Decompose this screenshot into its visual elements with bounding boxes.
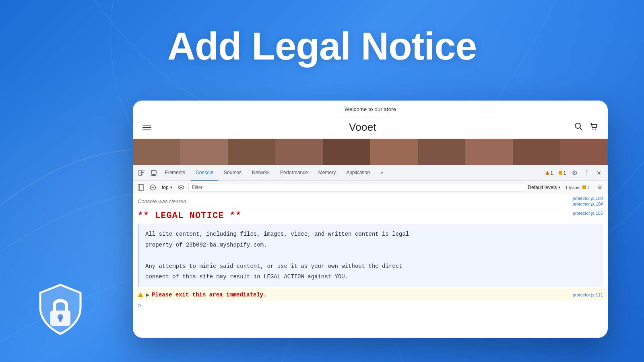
- page-title: Add Legal Notice: [0, 24, 644, 68]
- element-picker-icon[interactable]: [136, 167, 147, 179]
- console-cleared-text: Console was cleared: [138, 198, 186, 204]
- expand-arrow[interactable]: ▶: [146, 292, 149, 298]
- default-levels-label: Default levels: [528, 185, 557, 190]
- tab-sources[interactable]: Sources: [219, 165, 246, 181]
- console-cleared-line: Console was cleared protector.js:103 pro…: [133, 194, 608, 208]
- warning-triangle-icon: [545, 171, 549, 175]
- legal-notice-heading: ** LEGAL NOTICE **: [138, 211, 241, 221]
- link-111[interactable]: protector.js:111: [573, 292, 603, 297]
- shield-lock-icon: [32, 282, 89, 338]
- tab-performance[interactable]: Performance: [275, 165, 313, 181]
- default-levels-dropdown[interactable]: Default levels ▾: [528, 185, 560, 190]
- browser-card: Welcome to our store Vooet: [133, 101, 608, 338]
- console-caret[interactable]: >: [133, 300, 608, 310]
- console-content: Console was cleared protector.js:103 pro…: [133, 194, 608, 310]
- warning-badge[interactable]: 1: [543, 170, 555, 176]
- svg-rect-5: [151, 171, 156, 174]
- hero-image: [133, 139, 608, 165]
- console-cleared-links: protector.js:103 protector.js:104: [573, 196, 603, 206]
- tab-application[interactable]: Application: [341, 165, 375, 181]
- svg-rect-8: [138, 185, 144, 190]
- tab-console[interactable]: Console: [191, 165, 218, 181]
- legal-block: protector.js:105 All site content, inclu…: [138, 224, 603, 287]
- issue-badge[interactable]: 1 Issue: 1: [563, 184, 592, 191]
- cart-icon[interactable]: [589, 122, 598, 133]
- tab-memory[interactable]: Memory: [314, 165, 341, 181]
- svg-point-3: [595, 129, 597, 130]
- error-square-icon: [559, 171, 562, 175]
- link-104[interactable]: protector.js:104: [573, 202, 603, 206]
- devtools-more-icon[interactable]: ⋮: [581, 167, 592, 179]
- error-count: 1: [564, 171, 566, 175]
- device-toolbar-icon[interactable]: [148, 167, 159, 179]
- legal-body: All site content, including files, image…: [145, 229, 597, 282]
- brand-name: Vooet: [349, 121, 376, 134]
- warning-icon: [138, 292, 143, 297]
- issue-square-icon: [582, 185, 586, 189]
- browser-nav: Vooet: [133, 116, 608, 139]
- top-frame-label: top: [162, 185, 169, 190]
- issue-label: 1 Issue:: [565, 185, 581, 190]
- clear-console-icon[interactable]: [148, 183, 158, 192]
- browser-topbar: Welcome to our store: [133, 101, 608, 116]
- search-icon[interactable]: [574, 122, 583, 133]
- issue-count: 1: [588, 185, 590, 190]
- dropdown-chevron-icon: ▾: [170, 185, 172, 189]
- svg-point-13: [180, 187, 182, 188]
- sidebar-toggle-icon[interactable]: [136, 183, 146, 192]
- link-105[interactable]: protector.js:105: [573, 211, 603, 216]
- warning-text: Please exit this area immediately.: [152, 292, 267, 298]
- console-filter-input[interactable]: [188, 183, 526, 192]
- warning-line: ▶ Please exit this area immediately. pro…: [133, 289, 608, 300]
- devtools-settings-icon[interactable]: ⚙: [569, 167, 580, 179]
- tab-more[interactable]: »: [376, 165, 388, 181]
- eye-icon[interactable]: [176, 183, 186, 192]
- nav-icons: [574, 122, 598, 133]
- error-badge[interactable]: 1: [556, 170, 568, 176]
- tab-network[interactable]: Network: [247, 165, 275, 181]
- warning-count: 1: [551, 171, 553, 175]
- devtools-tabbar: Elements Console Sources Network Perform…: [133, 165, 608, 181]
- store-label: Welcome to our store: [345, 106, 396, 112]
- console-settings-icon[interactable]: ⚙: [595, 183, 605, 192]
- tab-elements[interactable]: Elements: [160, 165, 190, 181]
- devtools-panel: Elements Console Sources Network Perform…: [133, 165, 608, 310]
- hamburger-icon[interactable]: [142, 125, 151, 130]
- devtools-close-icon[interactable]: ✕: [593, 167, 605, 179]
- dropdown-arrow-icon: ▾: [558, 185, 560, 189]
- link-103[interactable]: protector.js:103: [573, 196, 603, 201]
- svg-rect-4: [139, 170, 141, 176]
- svg-point-2: [592, 129, 594, 130]
- svg-rect-16: [59, 317, 62, 322]
- console-toolbar: top ▾ Default levels ▾ 1 Issue: 1 ⚙: [133, 181, 608, 194]
- svg-line-1: [580, 128, 582, 130]
- top-frame-selector[interactable]: top ▾: [160, 184, 174, 191]
- legal-notice-line: ** LEGAL NOTICE ** protector.js:105: [133, 208, 608, 222]
